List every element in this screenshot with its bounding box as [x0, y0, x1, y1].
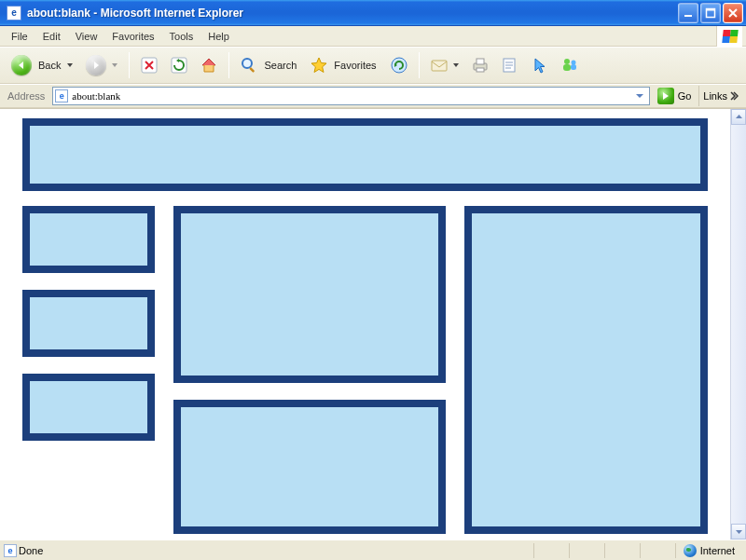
back-icon	[11, 55, 32, 75]
address-input[interactable]	[72, 89, 628, 102]
viewport	[0, 108, 746, 540]
menu-file[interactable]: File	[4, 29, 35, 44]
svg-rect-10	[477, 59, 484, 64]
status-pane	[640, 543, 673, 558]
mail-icon	[430, 56, 449, 75]
stop-button[interactable]	[135, 52, 163, 78]
menu-edit[interactable]: Edit	[35, 29, 68, 44]
wireframe-sidebar-box-3	[22, 374, 155, 441]
chevron-down-icon	[452, 61, 460, 69]
menu-help[interactable]: Help	[200, 29, 237, 44]
toolbar: Back Search Favorites	[0, 47, 746, 84]
go-icon	[657, 88, 674, 104]
page-icon	[4, 544, 17, 557]
title-bar: e about:blank - Microsoft Internet Explo…	[0, 0, 746, 26]
menu-favorites[interactable]: Favorites	[104, 29, 161, 44]
search-icon	[240, 56, 258, 75]
chevron-down-icon	[111, 61, 118, 69]
security-zone[interactable]: Internet	[675, 543, 742, 558]
scroll-up-button[interactable]	[731, 109, 746, 125]
messenger-button[interactable]	[556, 52, 584, 78]
svg-point-7	[392, 58, 407, 73]
close-button[interactable]	[723, 3, 743, 23]
minimize-button[interactable]	[678, 3, 698, 23]
scroll-down-button[interactable]	[731, 524, 746, 540]
favorites-button[interactable]: Favorites	[305, 52, 382, 78]
back-label: Back	[36, 60, 62, 71]
status-pane	[569, 543, 602, 558]
links-label: Links	[703, 90, 727, 102]
windows-flag-icon	[722, 30, 738, 43]
svg-point-13	[564, 59, 570, 64]
favorites-label: Favorites	[332, 60, 378, 71]
status-bar: Done Internet	[0, 540, 746, 560]
maximize-button[interactable]	[700, 3, 721, 23]
go-button[interactable]: Go	[654, 87, 696, 105]
svg-rect-6	[250, 67, 256, 73]
cursor-icon	[531, 56, 549, 75]
vertical-scrollbar[interactable]	[730, 109, 746, 540]
globe-icon	[684, 544, 697, 557]
ie-icon: e	[7, 6, 21, 20]
refresh-button[interactable]	[165, 52, 193, 78]
forward-button[interactable]	[80, 50, 123, 80]
address-label: Address	[4, 90, 48, 102]
separator	[129, 52, 130, 78]
svg-point-5	[242, 59, 252, 68]
favorites-star-icon	[310, 56, 328, 75]
svg-rect-14	[563, 64, 571, 71]
separator	[419, 52, 420, 78]
search-button[interactable]: Search	[235, 52, 303, 78]
back-button[interactable]: Back	[6, 50, 78, 80]
refresh-icon	[170, 56, 188, 75]
menu-bar: File Edit View Favorites Tools Help	[0, 26, 746, 47]
page-icon	[55, 89, 68, 102]
window-title: about:blank - Microsoft Internet Explore…	[25, 7, 678, 20]
stop-icon	[140, 56, 159, 75]
svg-point-15	[571, 61, 575, 65]
address-dropdown-button[interactable]	[632, 88, 647, 104]
wireframe-content-box-top	[173, 206, 446, 383]
svg-rect-2	[707, 8, 715, 10]
wireframe-sidebar-box-1	[22, 206, 155, 273]
menu-view[interactable]: View	[68, 29, 105, 44]
wireframe-content-box-right	[464, 206, 708, 534]
separator	[228, 52, 229, 78]
print-button[interactable]	[466, 52, 494, 78]
status-pane	[533, 543, 567, 558]
menu-tools[interactable]: Tools	[162, 29, 201, 44]
svg-rect-8	[432, 61, 447, 71]
svg-rect-16	[571, 64, 576, 70]
messenger-icon	[560, 56, 579, 75]
throbber-logo	[716, 26, 742, 47]
search-label: Search	[262, 60, 298, 71]
svg-rect-11	[477, 68, 484, 72]
scroll-track[interactable]	[731, 125, 746, 524]
edit-button[interactable]	[496, 52, 524, 78]
home-icon	[200, 56, 218, 75]
address-box[interactable]	[52, 87, 649, 105]
links-toolbar[interactable]: Links	[698, 86, 742, 106]
address-bar-row: Address Go Links	[0, 84, 746, 108]
svg-rect-0	[684, 15, 692, 17]
cursor-button[interactable]	[526, 52, 554, 78]
home-button[interactable]	[195, 52, 223, 78]
status-text: Done	[19, 545, 43, 556]
page-content	[0, 109, 730, 540]
print-icon	[471, 56, 490, 75]
wireframe-content-box-bottom	[173, 400, 446, 534]
mail-button[interactable]	[425, 52, 464, 78]
wireframe-sidebar-box-2	[22, 290, 155, 357]
wireframe-header	[22, 118, 708, 191]
edit-icon	[501, 56, 519, 75]
history-icon	[390, 56, 408, 75]
history-button[interactable]	[385, 52, 413, 78]
chevron-right-icon	[729, 91, 739, 101]
go-label: Go	[678, 90, 692, 102]
chevron-down-icon	[66, 61, 74, 69]
forward-icon	[86, 55, 106, 75]
zone-label: Internet	[700, 545, 735, 556]
status-pane	[604, 543, 638, 558]
